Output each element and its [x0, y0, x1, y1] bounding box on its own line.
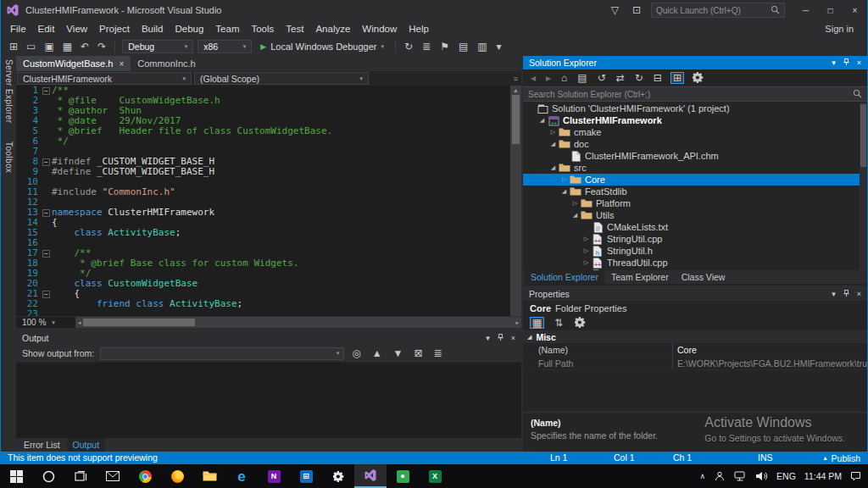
feedback-icon[interactable]: ▽: [609, 5, 620, 15]
panel-tab-solution-explorer[interactable]: Solution Explorer: [525, 270, 604, 284]
code-line[interactable]: 9#define _CUSTOM_WIDGET_BASE_H: [16, 167, 510, 177]
property-row-full-path[interactable]: Full PathE:\WORK\Projects\FGA.BU2.HMIFra…: [523, 357, 867, 370]
code-line[interactable]: 5 * @brief Header file of class CustomWi…: [16, 126, 510, 136]
tab-customwidgetbase.h[interactable]: CustomWidgetBase.h×: [16, 56, 131, 71]
solution-explorer-title-bar[interactable]: Solution Explorer ▾×: [523, 56, 867, 69]
code-fold-icon[interactable]: −: [42, 158, 50, 166]
scrollbar-thumb[interactable]: [860, 104, 866, 167]
tree-item-clusterhmiframework-api-chm[interactable]: ClusterHMIFramework_API.chm: [523, 150, 860, 162]
expand-arrow-icon[interactable]: ▷: [559, 176, 569, 183]
tree-item-utils[interactable]: ◢Utils: [523, 209, 860, 221]
collapse-arrow-icon[interactable]: ◢: [570, 212, 580, 219]
network-icon[interactable]: [734, 471, 747, 481]
code-fold-icon[interactable]: −: [42, 291, 50, 298]
menu-team[interactable]: Team: [209, 24, 245, 34]
people-icon[interactable]: [714, 471, 726, 481]
bottom-tab-output[interactable]: Output: [67, 438, 106, 452]
code-line[interactable]: 22 friend class ActivityBase;: [16, 299, 510, 309]
send-feedback-icon[interactable]: ⊡: [631, 5, 643, 15]
scroll-right-icon[interactable]: ▸: [515, 319, 519, 326]
firefox-app-icon[interactable]: [161, 464, 193, 488]
edge-app-icon[interactable]: e: [225, 464, 258, 488]
code-line[interactable]: 13−namespace ClusterHMIFramework: [16, 208, 510, 218]
window-position-icon[interactable]: ▾: [832, 290, 836, 298]
sync-with-active-document-icon[interactable]: ⇄: [615, 73, 626, 83]
find-message-icon[interactable]: ◎: [350, 348, 362, 358]
categorized-icon[interactable]: ▦: [530, 317, 544, 329]
close-icon[interactable]: ×: [857, 58, 861, 67]
close-tab-icon[interactable]: ×: [119, 59, 124, 69]
new-project-icon[interactable]: ⊞: [8, 42, 19, 52]
open-file-icon[interactable]: ▭: [25, 42, 37, 52]
start-button[interactable]: [0, 464, 32, 488]
start-debugging-button[interactable]: ▶ Local Windows Debugger ▾: [256, 42, 388, 52]
go-to-previous-message-icon[interactable]: ▲: [370, 348, 384, 358]
property-row--name-[interactable]: (Name)Core: [523, 343, 867, 357]
sign-in-link[interactable]: Sign in: [825, 24, 854, 34]
undo-icon[interactable]: ↶: [79, 42, 91, 52]
settings-app-icon[interactable]: [322, 464, 354, 488]
panel-tab-team-explorer[interactable]: Team Explorer: [605, 272, 675, 282]
collapse-arrow-icon[interactable]: ◢: [559, 188, 569, 195]
split-window-handle[interactable]: ≡: [514, 75, 520, 83]
command-window-icon[interactable]: ≣: [420, 42, 432, 52]
expand-arrow-icon[interactable]: ▷: [548, 129, 558, 136]
types-dropdown[interactable]: ClusterHMIFramework ▾: [17, 72, 192, 85]
redo-icon[interactable]: ↷: [96, 42, 108, 52]
menu-test[interactable]: Test: [280, 24, 309, 34]
tree-scrollbar[interactable]: [860, 103, 867, 270]
output-content[interactable]: [16, 363, 521, 438]
visual-studio-app-icon[interactable]: [354, 464, 387, 488]
editor-horizontal-scrollbar[interactable]: ◂ ▸: [75, 317, 521, 328]
clear-all-icon[interactable]: ⊠: [412, 348, 424, 358]
comment-icon[interactable]: ▥: [476, 42, 488, 52]
close-button[interactable]: ×: [843, 0, 867, 20]
collapse-all-icon[interactable]: ⊟: [652, 73, 664, 83]
output-source-dropdown[interactable]: ▾: [100, 347, 344, 360]
tab-commoninc.h[interactable]: CommonInc.h: [131, 56, 202, 71]
action-center-icon[interactable]: [850, 471, 861, 481]
code-fold-icon[interactable]: −: [42, 250, 50, 258]
menu-build[interactable]: Build: [136, 24, 170, 34]
properties-icon[interactable]: [691, 72, 705, 85]
window-position-icon[interactable]: ▾: [486, 334, 490, 342]
menu-debug[interactable]: Debug: [169, 24, 209, 34]
code-fold-icon[interactable]: −: [42, 209, 50, 217]
code-fold-icon[interactable]: −: [42, 87, 50, 95]
members-dropdown[interactable]: (Global Scope) ▾: [194, 72, 369, 85]
menu-window[interactable]: Window: [356, 24, 403, 34]
language-indicator[interactable]: ENG: [776, 471, 796, 481]
scroll-up-icon[interactable]: ▲: [513, 86, 519, 95]
property-value[interactable]: Core: [672, 343, 867, 356]
mail-app-icon[interactable]: [97, 464, 129, 488]
volume-icon[interactable]: [755, 471, 768, 481]
minimize-button[interactable]: ─: [793, 0, 818, 20]
code-line[interactable]: 11#include "CommonInc.h": [16, 187, 510, 197]
close-icon[interactable]: ×: [857, 290, 861, 298]
show-all-files-icon[interactable]: ⊞: [670, 72, 684, 84]
save-all-icon[interactable]: ▦: [61, 42, 74, 52]
scroll-left-icon[interactable]: ◂: [78, 319, 81, 326]
collapse-arrow-icon[interactable]: ◢: [548, 164, 558, 171]
property-pages-icon[interactable]: [573, 317, 587, 330]
menu-project[interactable]: Project: [93, 24, 136, 34]
tree-item-threadutil-cpp[interactable]: ▷++ThreadUtil.cpp: [523, 257, 860, 269]
close-icon[interactable]: ×: [511, 334, 515, 342]
onenote-app-icon[interactable]: N: [258, 464, 290, 488]
expand-arrow-icon[interactable]: ▷: [581, 236, 591, 242]
collapse-arrow-icon[interactable]: ◢: [548, 141, 558, 147]
editor-vertical-scrollbar[interactable]: ▲: [510, 86, 521, 316]
tree-item-stringutil-cpp[interactable]: ▷++StringUtil.cpp: [523, 233, 860, 245]
tree-item-cmake[interactable]: ▷cmake: [523, 126, 860, 138]
tree-item-stringutil-h[interactable]: ▷hStringUtil.h: [523, 245, 860, 257]
code-editor[interactable]: 1−/**2 * @file CustomWidgetBase.h3 * @au…: [16, 86, 521, 316]
expand-arrow-icon[interactable]: ▷: [581, 259, 591, 266]
output-title-bar[interactable]: Output ▾×: [16, 331, 521, 345]
attach-to-process-icon[interactable]: ↻: [403, 42, 415, 52]
go-to-next-message-icon[interactable]: ▼: [392, 348, 405, 358]
clock[interactable]: 11:44 PM: [804, 471, 842, 481]
tree-item-platform[interactable]: ▷Platform: [523, 197, 860, 209]
save-icon[interactable]: ▣: [42, 42, 55, 52]
rail-tab-server-explorer[interactable]: Server Explorer: [4, 59, 14, 123]
menu-tools[interactable]: Tools: [245, 24, 280, 34]
